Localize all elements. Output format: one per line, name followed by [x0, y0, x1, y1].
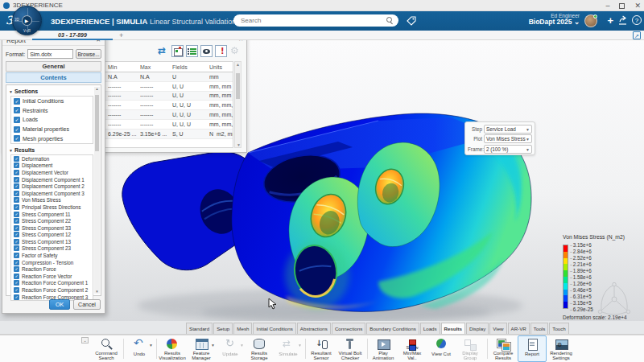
section-checkbox-row[interactable]: ✓ Mesh properties	[11, 134, 93, 143]
result-checkbox-row[interactable]: ✓ Stress Component 11	[11, 211, 93, 218]
checkbox-checked-icon[interactable]: ✓	[14, 274, 19, 279]
tag-icon[interactable]	[407, 16, 416, 26]
ribbon-tab[interactable]: View	[489, 323, 506, 334]
add-content-icon[interactable]: +	[607, 14, 613, 27]
result-checkbox-row[interactable]: ✓ Displacement	[11, 162, 93, 170]
toolbar-item[interactable]: ▼ Results Visualization	[158, 335, 187, 362]
checkbox-checked-icon[interactable]: ✓	[14, 266, 19, 272]
ribbon-tab[interactable]: Standard	[186, 323, 213, 334]
section-checkbox-row[interactable]: ✓ Initial Conditions	[11, 97, 93, 106]
table-row[interactable]: ------- ------- U, U, U mm, mm, mm	[105, 101, 233, 110]
result-checkbox-row[interactable]: ✓ Stress Component 22	[11, 217, 93, 224]
result-checkbox-row[interactable]: ✓ Von Mises Stress	[11, 197, 93, 204]
toolbar-item[interactable]: ▼ Rendering Settings	[547, 335, 576, 362]
browse-button[interactable]: Browse...	[76, 49, 101, 59]
toolbar-item[interactable]: ▼ Results Storage	[245, 335, 274, 362]
result-checkbox-row[interactable]: ✓ Factor of Safety	[11, 252, 93, 259]
checkbox-checked-icon[interactable]: ✓	[14, 191, 19, 196]
table-scrollbar[interactable]: ▲▼	[234, 61, 242, 148]
tab-contents[interactable]: Contents	[6, 72, 101, 83]
checkbox-checked-icon[interactable]: ✓	[14, 204, 19, 210]
checkbox-checked-icon[interactable]: ✓	[14, 197, 19, 203]
toolbar-item[interactable]: ▼ Command Search	[92, 335, 121, 362]
checkbox-checked-icon[interactable]: ✓	[14, 253, 19, 258]
warning-icon[interactable]	[215, 45, 227, 57]
table-row[interactable]: ------- ------- U, U mm, mm	[105, 82, 233, 92]
ribbon-tab[interactable]: Initial Conditions	[253, 323, 295, 334]
toolbar-item[interactable]: ▼ Resultant Sensor	[307, 335, 336, 362]
checkbox-checked-icon[interactable]: ✓	[14, 177, 19, 183]
toolbar-item[interactable]: ▼ Undo	[125, 335, 154, 362]
plot-select[interactable]: Von Mises Stress▼	[484, 134, 532, 143]
sync-icon[interactable]	[157, 45, 169, 57]
ribbon-tab[interactable]: Connections	[332, 323, 365, 334]
toolbar-item[interactable]: ▼ Show Min/Max Val..	[398, 335, 427, 362]
section-checkbox-row[interactable]: ✓ Material properties	[11, 125, 93, 134]
toolbar-item[interactable]: ▼ View Cut	[427, 335, 456, 362]
close-button[interactable]: ✕	[634, 2, 641, 10]
checkbox-checked-icon[interactable]: ✓	[14, 117, 20, 123]
checkbox-checked-icon[interactable]: ✓	[14, 294, 19, 300]
ribbon-tab[interactable]: AR-VR	[508, 323, 530, 334]
result-checkbox-row[interactable]: ✓ Compression - Tension	[11, 259, 93, 266]
toolbar-item[interactable]: ▼ Display Group	[456, 335, 485, 362]
table-row[interactable]: ------- ------- U, U, U mm, mm, mm	[105, 110, 233, 120]
result-checkbox-row[interactable]: ✓ Deformation	[11, 155, 93, 162]
ribbon-tab[interactable]: Mesh	[233, 323, 252, 334]
ribbon-tab[interactable]: Loads	[420, 323, 440, 334]
ribbon-tab[interactable]: Tools	[530, 323, 548, 334]
checkbox-checked-icon[interactable]: ✓	[14, 232, 19, 237]
section-checkbox-row[interactable]: ✓ Restraints	[11, 106, 93, 116]
checkbox-checked-icon[interactable]: ✓	[14, 170, 19, 175]
result-checkbox-row[interactable]: ✓ Reaction Force Component 2	[11, 286, 93, 294]
format-input[interactable]	[27, 49, 73, 59]
results-header[interactable]: ▼ Results	[9, 146, 93, 154]
tab-general[interactable]: General	[6, 61, 101, 72]
ribbon-tab[interactable]: Setup	[213, 323, 233, 334]
avatar[interactable]	[584, 14, 597, 27]
toolbar-item[interactable]: ▼ Update	[216, 335, 245, 362]
toolbar-item[interactable]: ▼ Virtual Bolt Checker	[336, 335, 365, 362]
chevron-down-icon[interactable]: ▼	[240, 343, 244, 348]
step-select[interactable]: Service Load▼	[484, 125, 532, 134]
result-checkbox-row[interactable]: ✓ Displacement Component 3	[11, 190, 93, 197]
checkbox-checked-icon[interactable]: ✓	[14, 126, 20, 133]
result-checkbox-row[interactable]: ✓ Displacement Vector	[11, 169, 93, 176]
table-row[interactable]: 6.29e-25 ... 3.15e+6 ... S, U N_m2, mm	[105, 130, 233, 139]
result-checkbox-row[interactable]: ✓ Reaction Force	[11, 265, 93, 273]
checkbox-checked-icon[interactable]: ✓	[14, 218, 19, 224]
result-checkbox-row[interactable]: ✓ Principal Stress Directions	[11, 204, 93, 211]
result-checkbox-row[interactable]: ✓ Reaction Force Vector	[11, 273, 93, 280]
plot-selection-icon[interactable]	[171, 45, 184, 57]
ok-button[interactable]: OK	[49, 299, 70, 310]
document-tab[interactable]: 03 - 17-899	[32, 31, 113, 40]
gear-icon[interactable]	[229, 45, 242, 57]
chevron-down-icon[interactable]: ▼	[211, 343, 215, 348]
checkbox-checked-icon[interactable]: ✓	[14, 107, 20, 113]
checkbox-checked-icon[interactable]: ✓	[14, 245, 19, 251]
table-row[interactable]: ------- ------- U, U, U mm, mm, mm	[105, 120, 233, 130]
sections-header[interactable]: ▼ Sections	[9, 87, 93, 96]
help-icon[interactable]: ?	[632, 15, 642, 25]
result-checkbox-row[interactable]: ✓ Stress Component 23	[11, 245, 93, 253]
result-checkbox-row[interactable]: ✓ Stress Component 33	[11, 224, 93, 232]
expand-window-icon[interactable]: ↗	[633, 31, 641, 39]
compass-play-icon[interactable]: ▶	[22, 15, 32, 26]
chevron-down-icon[interactable]: ▼	[149, 343, 153, 348]
toolbar-item[interactable]: ▼ Feature Manager	[187, 335, 216, 362]
checkbox-checked-icon[interactable]: ✓	[14, 98, 20, 105]
minimize-button[interactable]: –	[605, 2, 609, 10]
new-tab-button[interactable]: +	[119, 31, 123, 40]
result-checkbox-row[interactable]: ✓ Stress Component 12	[11, 232, 93, 239]
toolbar-item[interactable]: ▼ Play Animation	[369, 335, 398, 362]
list-icon[interactable]	[186, 45, 198, 57]
result-checkbox-row[interactable]: ✓ Stress Component 13	[11, 238, 93, 245]
maximize-button[interactable]	[619, 3, 625, 9]
collapse-toolbar-icon[interactable]: ⌄	[81, 337, 89, 343]
result-checkbox-row[interactable]: ✓ Displacement Component 2	[11, 183, 93, 190]
toolbar-item[interactable]: ▼ Compare Results	[489, 335, 518, 362]
checkbox-checked-icon[interactable]: ✓	[14, 135, 20, 142]
ribbon-tab[interactable]: Display	[466, 323, 489, 334]
tenant-selector[interactable]: BioDapt 2025 ⌄	[529, 19, 580, 27]
ribbon-tab[interactable]: Boundary Conditions	[366, 323, 419, 334]
